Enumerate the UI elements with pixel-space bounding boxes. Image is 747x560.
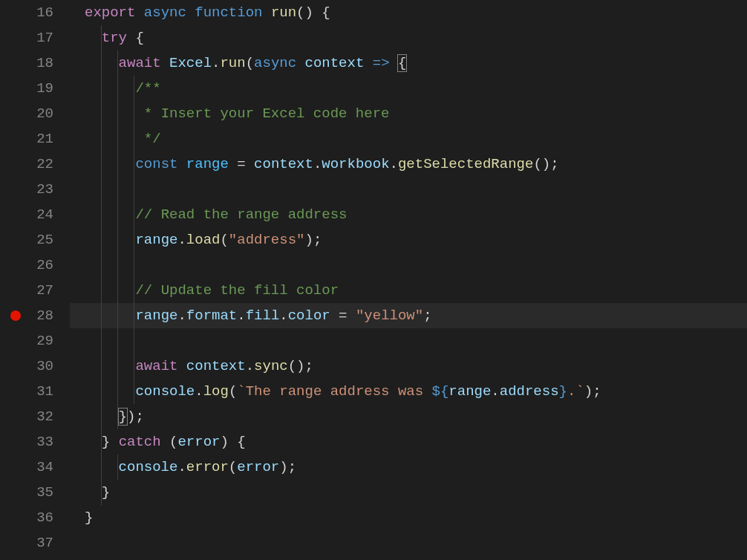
code-line[interactable]: try { [70, 25, 747, 51]
code-text: } catch (error) { [70, 434, 246, 450]
code-line[interactable]: range.load("address"); [70, 227, 747, 253]
code-text [70, 257, 135, 273]
code-text: } [70, 484, 110, 501]
code-text: range.format.fill.color = "yellow"; [70, 307, 432, 324]
code-line[interactable]: console.log(`The range address was ${ran… [70, 379, 747, 404]
code-line[interactable] [70, 530, 747, 556]
code-text: // Update the fill color [70, 282, 339, 299]
line-number: 18 [16, 51, 53, 76]
code-line[interactable]: console.error(error); [70, 455, 747, 480]
code-text: export async function run() { [70, 4, 330, 21]
line-number: 24 [16, 202, 53, 227]
code-editor[interactable]: 1617181920212223242526272829303132333435… [0, 0, 747, 560]
code-text: range.load("address"); [70, 232, 322, 248]
code-text: /** [70, 80, 161, 97]
line-number: 30 [16, 354, 53, 379]
line-number: 16 [16, 0, 53, 25]
line-number: 17 [16, 25, 53, 51]
line-number: 33 [16, 429, 53, 455]
code-text [70, 181, 135, 198]
code-text [70, 535, 85, 551]
line-number: 28 [16, 303, 53, 328]
code-line[interactable]: range.format.fill.color = "yellow"; [70, 303, 747, 328]
line-number: 19 [16, 76, 53, 101]
code-text: try { [70, 30, 144, 46]
line-number: 26 [16, 253, 53, 278]
line-number: 37 [16, 530, 53, 556]
code-text: await context.sync(); [70, 358, 313, 374]
line-number: 20 [16, 101, 53, 126]
line-number-gutter: 1617181920212223242526272829303132333435… [16, 0, 70, 560]
code-text: } [70, 509, 93, 526]
code-line[interactable]: * Insert your Excel code here [70, 101, 747, 126]
code-line[interactable]: const range = context.workbook.getSelect… [70, 152, 747, 177]
line-number: 35 [16, 480, 53, 505]
code-text: */ [70, 131, 161, 147]
code-line[interactable]: await Excel.run(async context => { [70, 51, 747, 76]
code-text: console.log(`The range address was ${ran… [70, 383, 601, 400]
line-number: 29 [16, 328, 53, 354]
line-number: 34 [16, 455, 53, 480]
code-text: * Insert your Excel code here [70, 105, 389, 122]
code-line[interactable]: /** [70, 76, 747, 101]
code-text: const range = context.workbook.getSelect… [70, 156, 559, 172]
code-text: }); [70, 408, 144, 425]
line-number: 27 [16, 278, 53, 303]
code-line[interactable]: // Update the fill color [70, 278, 747, 303]
code-line[interactable]: } catch (error) { [70, 429, 747, 455]
code-text: // Read the range address [70, 206, 347, 223]
code-text: await Excel.run(async context => { [70, 55, 406, 71]
code-line[interactable]: */ [70, 126, 747, 152]
code-line[interactable]: }); [70, 404, 747, 429]
code-line[interactable]: } [70, 480, 747, 505]
code-line[interactable]: await context.sync(); [70, 354, 747, 379]
code-area[interactable]: export async function run() { try { awai… [70, 0, 747, 560]
line-number: 22 [16, 152, 53, 177]
code-line[interactable] [70, 253, 747, 278]
line-number: 32 [16, 404, 53, 429]
line-number: 31 [16, 379, 53, 404]
line-number: 23 [16, 177, 53, 202]
code-line[interactable]: export async function run() { [70, 0, 747, 25]
code-line[interactable]: } [70, 505, 747, 530]
code-text [70, 333, 135, 349]
breakpoint-gutter[interactable] [0, 0, 16, 560]
line-number: 21 [16, 126, 53, 152]
code-text: console.error(error); [70, 459, 296, 475]
code-line[interactable]: // Read the range address [70, 202, 747, 227]
code-line[interactable] [70, 328, 747, 354]
code-line[interactable] [70, 177, 747, 202]
line-number: 36 [16, 505, 53, 530]
line-number: 25 [16, 227, 53, 253]
